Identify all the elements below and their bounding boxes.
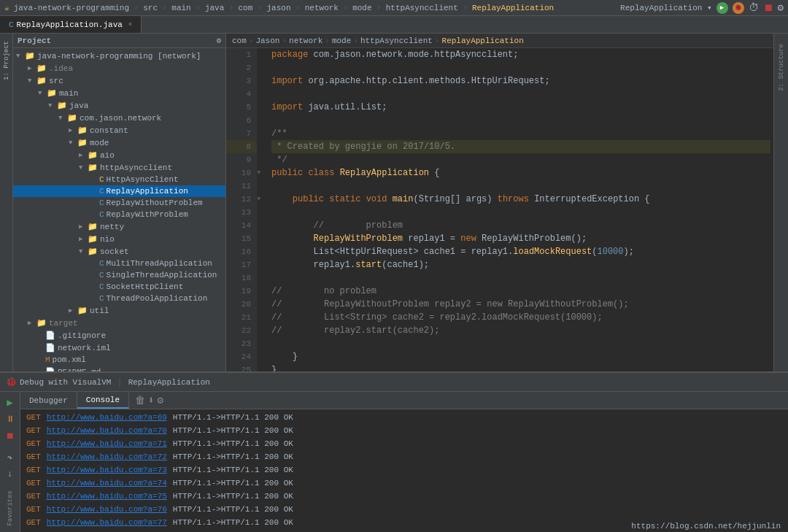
- java-label: java: [69, 101, 88, 110]
- console-output[interactable]: GEThttp://www.baidu.com?a=69HTTP/1.1->HT…: [20, 409, 788, 532]
- tb-network[interactable]: network: [305, 4, 339, 12]
- tb-java[interactable]: java: [205, 4, 224, 12]
- tree-item-socket[interactable]: ▼ 📁 socket: [13, 245, 225, 258]
- tab-close-btn[interactable]: ×: [128, 21, 132, 28]
- blog-url[interactable]: https://blog.csdn.net/hejjunlin: [631, 522, 781, 531]
- tree-item-com-jason[interactable]: ▼ 📁 com.jason.network: [13, 112, 225, 124]
- tb-jason[interactable]: jason: [267, 4, 291, 12]
- src-folder-icon: 📁: [36, 76, 47, 85]
- arrow-mode: ▼: [69, 139, 77, 147]
- code-line-5: import java.util.List;: [271, 101, 770, 114]
- sidebar-settings-icon[interactable]: ⚙: [216, 36, 221, 45]
- bc-httpasyncclient[interactable]: httpAsyncclient: [360, 36, 433, 45]
- bc-com[interactable]: com: [232, 36, 247, 45]
- stop-debug-btn[interactable]: ⏹: [3, 428, 18, 443]
- tree-item-nio[interactable]: ▶ 📁 nio: [13, 233, 225, 245]
- pause-btn[interactable]: ⏸: [3, 412, 18, 426]
- tb-src[interactable]: src: [143, 4, 158, 12]
- sidebar-title: Project: [18, 36, 51, 45]
- file-tab[interactable]: C ReplayApplication.java ×: [0, 16, 142, 33]
- settings-icon[interactable]: ⚙: [778, 1, 784, 14]
- bc-network[interactable]: network: [289, 36, 322, 45]
- debug-left-buttons: ▶ ⏸ ⏹ ↷ ↓ Favorites: [0, 392, 20, 532]
- tree-item-threadpool[interactable]: C ThreadPoolApplication: [13, 293, 225, 304]
- com-label: com.jason.network: [80, 114, 161, 123]
- tree-item-singlethread[interactable]: C SingleThreadApplication: [13, 269, 225, 281]
- target-folder-icon: 📁: [36, 318, 47, 328]
- tree-item-replaywithout[interactable]: C ReplayWithoutProblem: [13, 197, 225, 209]
- tree-item-netty[interactable]: ▶ 📁 netty: [13, 220, 225, 233]
- tree-item-root[interactable]: ▼ 📁 java-network-programming [network]: [13, 50, 225, 62]
- code-line-22: // replay2.start(cache2);: [271, 324, 770, 337]
- tree-item-iml[interactable]: 📄 network.iml: [13, 342, 225, 354]
- tree-item-pom[interactable]: M pom.xml: [13, 354, 225, 366]
- tree-item-sockethttpclient[interactable]: C SocketHttpClient: [13, 281, 225, 293]
- sockhttp-label: SocketHttpClient: [107, 282, 184, 291]
- window-title: java-network-programming: [14, 4, 129, 12]
- replaywithout-class-icon: C: [99, 198, 104, 207]
- main-label: main: [59, 89, 78, 98]
- tree-item-httpasyncclient[interactable]: ▼ 📁 httpAsyncclient: [13, 161, 225, 174]
- tree-item-java[interactable]: ▼ 📁 java: [13, 99, 225, 112]
- project-sidebar: Project ⚙ ▼ 📁 java-network-programming […: [13, 34, 226, 371]
- arrow-root: ▼: [16, 53, 25, 60]
- nio-label: nio: [100, 235, 115, 244]
- clear-console-btn[interactable]: 🗑: [135, 395, 145, 406]
- tree-item-gitignore[interactable]: 📄 .gitignore: [13, 329, 225, 342]
- tree-item-target[interactable]: ▶ 📁 target: [13, 317, 225, 329]
- tree-item-constant[interactable]: ▶ 📁 constant: [13, 124, 225, 136]
- console-tab[interactable]: Console: [77, 392, 129, 409]
- debug-tabs: Debugger Console 🗑 ⬇ ⚙: [20, 392, 788, 409]
- fold-icon-12[interactable]: ▼: [257, 196, 260, 203]
- code-area[interactable]: 1 2 3 4 5 6 7 8 9 10 11 12 13 14 15 16 1…: [226, 48, 773, 371]
- netty-folder-icon: 📁: [88, 222, 98, 231]
- project-panel-label[interactable]: 1: Project: [2, 38, 11, 83]
- bc-sep5: ›: [435, 36, 440, 45]
- tb-mode[interactable]: mode: [352, 4, 371, 12]
- resume-btn[interactable]: ▶: [3, 395, 18, 409]
- tb-main[interactable]: main: [171, 4, 190, 12]
- bc-jason[interactable]: Jason: [255, 36, 279, 45]
- bc-sep4: ›: [353, 36, 358, 45]
- socket-label: socket: [100, 247, 129, 256]
- tree-item-replaywith[interactable]: C ReplayWithProblem: [13, 209, 225, 220]
- tree-item-readme[interactable]: 📄 README.md: [13, 366, 225, 371]
- tab-filename: ReplayApplication.java: [17, 20, 123, 29]
- sep1: ›: [134, 3, 139, 13]
- code-line-15: ReplayWithProblem replay1 = new ReplayWi…: [271, 232, 770, 245]
- pom-label: pom.xml: [53, 355, 86, 364]
- tb-com[interactable]: com: [239, 4, 253, 12]
- tree-item-util[interactable]: ▶ 📁 util: [13, 304, 225, 317]
- replay-dropdown[interactable]: ReplayApplication ▾: [620, 3, 711, 12]
- run-button[interactable]: ▶: [716, 2, 728, 14]
- tree-item-multithread[interactable]: C MultiThreadApplication: [13, 258, 225, 269]
- tree-item-mode[interactable]: ▼ 📁 mode: [13, 136, 225, 149]
- stop-button[interactable]: ⏹: [763, 2, 773, 14]
- tb-httpasyncclient[interactable]: httpAsyncclient: [386, 4, 458, 12]
- tree-item-replayapp[interactable]: C ReplayApplication: [13, 185, 225, 197]
- debugger-tab[interactable]: Debugger: [20, 392, 77, 409]
- scroll-end-btn[interactable]: ⬇: [148, 394, 154, 406]
- tab-class-icon: C: [9, 20, 14, 29]
- debug-button[interactable]: 🐞: [733, 2, 744, 14]
- bc-replayapp[interactable]: ReplayApplication: [442, 36, 524, 45]
- profile-button[interactable]: ⏱: [749, 2, 759, 14]
- favorites-label[interactable]: Favorites: [6, 487, 15, 529]
- structure-label[interactable]: 2: Structure: [777, 41, 786, 94]
- fold-icon-10[interactable]: ▼: [257, 169, 260, 177]
- replaywithout-label: ReplayWithoutProblem: [107, 198, 203, 207]
- step-into-btn[interactable]: ↓: [3, 467, 18, 482]
- code-line-23: [271, 337, 770, 350]
- tree-item-aio[interactable]: ▶ 📁 aio: [13, 149, 225, 161]
- bc-mode[interactable]: mode: [332, 36, 351, 45]
- tree-item-httpasync[interactable]: C HttpAsyncClient: [13, 174, 225, 185]
- tree-item-src[interactable]: ▼ 📁 src: [13, 74, 225, 87]
- right-structure-strip: 2: Structure: [773, 34, 788, 371]
- tree-item-idea[interactable]: ▶ 📁 .idea: [13, 62, 225, 74]
- code-editor[interactable]: com › Jason › network › mode › httpAsync…: [226, 34, 773, 371]
- step-over-btn[interactable]: ↷: [3, 450, 18, 465]
- console-settings-btn[interactable]: ⚙: [157, 394, 163, 406]
- tb-replayapp[interactable]: ReplayApplication: [472, 4, 554, 12]
- tree-item-main[interactable]: ▼ 📁 main: [13, 87, 225, 99]
- code-content[interactable]: package com.jason.network.mode.httpAsync…: [269, 48, 773, 371]
